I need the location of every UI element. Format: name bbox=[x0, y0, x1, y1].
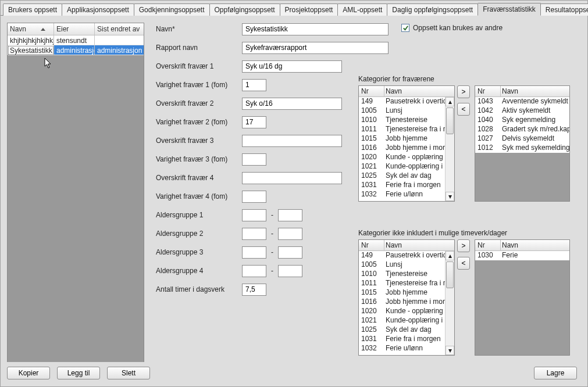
delete-button[interactable]: Slett bbox=[107, 367, 150, 379]
col-navn[interactable]: Navn bbox=[501, 86, 569, 97]
label-ag2: Aldersgruppe 2 bbox=[155, 230, 242, 238]
left-button-row: Kopier Legg til Slett bbox=[7, 367, 150, 379]
copy-button[interactable]: Kopier bbox=[7, 367, 50, 379]
list-item[interactable]: 1016Jobb hjemme i morg bbox=[359, 298, 445, 307]
list-item[interactable]: 149Pausetrekk i overtid bbox=[359, 97, 445, 106]
input-navn[interactable] bbox=[242, 23, 389, 35]
list-item[interactable]: 1028Gradert syk m/red.kapa bbox=[475, 125, 569, 134]
col-eier[interactable]: Eier bbox=[54, 23, 95, 35]
list-item[interactable]: 1005Lunsj bbox=[359, 260, 445, 270]
cell-navn: Jobb hjemme bbox=[384, 134, 445, 144]
input-var3[interactable] bbox=[242, 153, 266, 166]
input-var1[interactable] bbox=[242, 79, 266, 91]
scroll-down-icon[interactable]: ▾ bbox=[446, 192, 454, 201]
selected-categories-top[interactable]: Nr Navn 1043Avventende sykmeldt1042Aktiv… bbox=[475, 85, 570, 202]
input-ov3[interactable] bbox=[242, 135, 342, 147]
selected-categories-bot[interactable]: Nr Navn 1030Ferie bbox=[475, 239, 570, 356]
list-item[interactable]: 1032Ferie u/lønn bbox=[359, 190, 445, 199]
list-item[interactable]: 1015Jobb hjemme bbox=[359, 288, 445, 298]
input-ov1[interactable] bbox=[242, 60, 342, 73]
tab-aml-oppsett[interactable]: AML-oppsett bbox=[337, 3, 387, 16]
col-navn[interactable]: Navn bbox=[501, 240, 569, 251]
col-nr[interactable]: Nr bbox=[475, 86, 501, 97]
input-ag4b[interactable] bbox=[278, 265, 302, 277]
input-ag3a[interactable] bbox=[242, 246, 266, 259]
list-item[interactable]: 1010Tjenestereise bbox=[359, 116, 445, 125]
move-right-button[interactable]: > bbox=[457, 85, 470, 98]
input-antall[interactable] bbox=[242, 284, 266, 296]
list-item[interactable]: 1012Syk med sykemelding bbox=[475, 144, 569, 153]
input-ag1a[interactable] bbox=[242, 209, 266, 221]
list-item[interactable]: 1025Syk del av dag bbox=[359, 325, 445, 335]
label-var2: Varighet fravær 2 (fom) bbox=[155, 118, 242, 126]
share-checkbox[interactable] bbox=[401, 24, 409, 32]
scrollbar[interactable]: ▴ ▾ bbox=[445, 251, 454, 355]
list-item[interactable]: 1021Kunde-opplæring i n bbox=[359, 316, 445, 325]
config-grid[interactable]: Navn Eier Sist endret av khjhkjhkjhkjhkj… bbox=[7, 23, 144, 362]
input-var4[interactable] bbox=[242, 191, 266, 203]
scrollbar[interactable]: ▴ ▾ bbox=[445, 97, 454, 201]
col-sist[interactable]: Sist endret av bbox=[95, 23, 144, 35]
list-item[interactable]: 1031Ferie fra i morgen bbox=[359, 181, 445, 190]
input-ag2b[interactable] bbox=[278, 228, 302, 240]
list-item[interactable]: 1005Lunsj bbox=[359, 106, 445, 116]
col-navn[interactable]: Navn bbox=[8, 23, 54, 35]
list-item[interactable]: 1015Jobb hjemme bbox=[359, 134, 445, 144]
list-item[interactable]: 1031Ferie fra i morgen bbox=[359, 335, 445, 344]
config-row[interactable]: khjhkjhkjhkjhkjstensundt bbox=[8, 35, 144, 45]
list-item[interactable]: 1032Ferie u/lønn bbox=[359, 344, 445, 353]
tab-resultatoppsett[interactable]: Resultatoppsett bbox=[540, 3, 588, 16]
input-ov4[interactable] bbox=[242, 172, 342, 184]
scroll-down-icon[interactable]: ▾ bbox=[446, 346, 454, 355]
list-item[interactable]: 1011Tjenestereise fra i m bbox=[359, 125, 445, 134]
col-navn[interactable]: Navn bbox=[384, 86, 454, 97]
tab-godkjenningsoppsett[interactable]: Godkjenningsoppsett bbox=[134, 3, 210, 16]
add-button[interactable]: Legg til bbox=[57, 367, 100, 379]
list-item[interactable]: 1021Kunde-opplæring i n bbox=[359, 162, 445, 171]
input-ag2a[interactable] bbox=[242, 228, 266, 240]
tab-applikasjonsoppsett[interactable]: Applikasjonsoppsett bbox=[62, 3, 134, 16]
input-ag4a[interactable] bbox=[242, 265, 266, 277]
cell-navn: Ferie bbox=[501, 251, 569, 260]
move-left-button[interactable]: < bbox=[457, 103, 470, 116]
scroll-up-icon[interactable]: ▴ bbox=[446, 97, 454, 106]
cell-navn: Tjenestereise fra i m bbox=[384, 279, 445, 288]
tab-oppfølgingsoppsett[interactable]: Oppfølgingsoppsett bbox=[209, 3, 280, 16]
cell-nr: 1012 bbox=[475, 144, 501, 153]
list-item[interactable]: 1027Delvis sykemeldt bbox=[475, 134, 569, 144]
list-item[interactable]: 1011Tjenestereise fra i m bbox=[359, 279, 445, 288]
cell-nr: 1025 bbox=[359, 171, 384, 181]
scroll-thumb[interactable] bbox=[446, 261, 454, 288]
list-item[interactable]: 1020Kunde - opplæring bbox=[359, 307, 445, 316]
config-row[interactable]: Sykestatistikkadministrasjoadministrasjo… bbox=[8, 45, 144, 55]
tab-daglig-oppfølgingsoppsett[interactable]: Daglig oppfølgingsoppsett bbox=[387, 3, 478, 16]
list-item[interactable]: 1010Tjenestereise bbox=[359, 270, 445, 279]
input-ag3b[interactable] bbox=[278, 246, 302, 259]
list-item[interactable]: 1025Syk del av dag bbox=[359, 171, 445, 181]
col-nr[interactable]: Nr bbox=[359, 240, 384, 251]
input-ag1b[interactable] bbox=[278, 209, 302, 221]
input-rapport-navn[interactable] bbox=[242, 42, 389, 54]
cell-navn: Lunsj bbox=[384, 260, 445, 270]
list-item[interactable]: 1030Ferie bbox=[475, 251, 569, 260]
list-item[interactable]: 149Pausetrekk i overtid bbox=[359, 251, 445, 260]
move-right-button[interactable]: > bbox=[457, 239, 470, 252]
move-left-button[interactable]: < bbox=[457, 257, 470, 270]
scroll-up-icon[interactable]: ▴ bbox=[446, 251, 454, 260]
available-categories-top[interactable]: Nr Navn 149Pausetrekk i overtid1005Lunsj… bbox=[358, 85, 455, 202]
list-item[interactable]: 1016Jobb hjemme i morg bbox=[359, 144, 445, 153]
list-item[interactable]: 1040Syk egenmelding bbox=[475, 116, 569, 125]
col-navn[interactable]: Navn bbox=[384, 240, 454, 251]
list-item[interactable]: 1042Aktiv sykemeldt bbox=[475, 106, 569, 116]
tab-fraværsstatistikk[interactable]: Fraværsstatistikk bbox=[477, 3, 541, 16]
col-nr[interactable]: Nr bbox=[475, 240, 501, 251]
available-categories-bot[interactable]: Nr Navn 149Pausetrekk i overtid1005Lunsj… bbox=[358, 239, 455, 356]
scroll-thumb[interactable] bbox=[446, 107, 454, 134]
list-item[interactable]: 1020Kunde - opplæring bbox=[359, 153, 445, 162]
input-var2[interactable] bbox=[242, 116, 266, 128]
tab-brukers-oppsett[interactable]: Brukers oppsett bbox=[3, 3, 62, 16]
list-item[interactable]: 1043Avventende sykmeldt bbox=[475, 97, 569, 106]
input-ov2[interactable] bbox=[242, 98, 342, 110]
col-nr[interactable]: Nr bbox=[359, 86, 384, 97]
tab-prosjektoppsett[interactable]: Prosjektoppsett bbox=[280, 3, 338, 16]
